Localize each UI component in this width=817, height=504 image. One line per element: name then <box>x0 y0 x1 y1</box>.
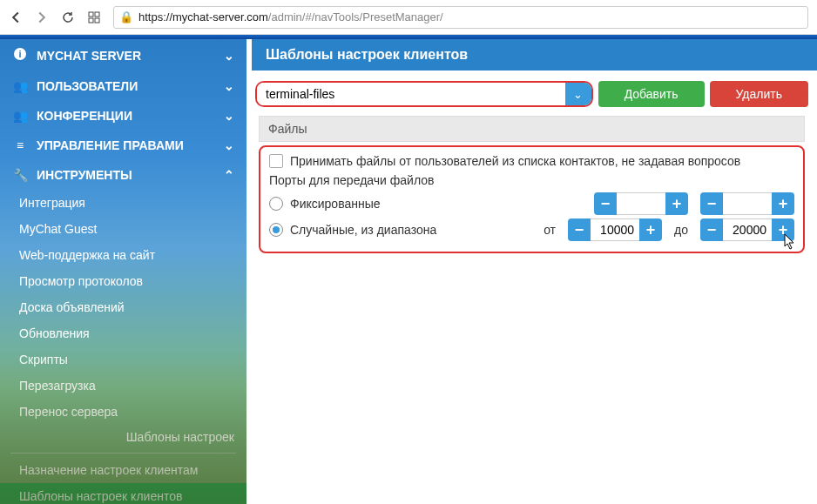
chevron-down-icon: ⌄ <box>573 88 583 101</box>
sidebar-label: КОНФЕРЕНЦИИ <box>37 109 132 123</box>
sidebar-section-label: Шаблоны настроек <box>0 425 246 449</box>
svg-rect-0 <box>89 12 93 17</box>
chevron-up-icon: ⌃ <box>224 168 234 182</box>
sidebar: iMYCHAT SERVER ⌄ 👥ПОЛЬЗОВАТЕЛИ ⌄ 👥КОНФЕР… <box>0 39 246 504</box>
preset-select: ⌄ <box>255 81 593 107</box>
random-from-input[interactable] <box>591 218 639 241</box>
to-label: до <box>674 223 688 237</box>
divider <box>10 453 236 454</box>
sidebar-sub-restart[interactable]: Перезагрузка <box>0 373 246 399</box>
radio-random[interactable] <box>269 223 283 237</box>
sidebar-sub-protocols[interactable]: Просмотр протоколов <box>0 268 246 294</box>
minus-button[interactable]: − <box>700 218 723 241</box>
sidebar-sub-templates[interactable]: Шаблоны настроек клиентов <box>0 483 246 504</box>
users-icon: 👥 <box>12 109 28 123</box>
plus-button[interactable]: + <box>639 218 662 241</box>
sidebar-label: УПРАВЛЕНИЕ ПРАВАМИ <box>37 138 184 152</box>
list-icon: ≡ <box>12 138 28 152</box>
fixed-port1-input[interactable] <box>617 192 665 215</box>
random-to-spinner: − + <box>700 218 794 241</box>
preset-dropdown-button[interactable]: ⌄ <box>565 83 591 105</box>
svg-rect-2 <box>89 18 93 23</box>
radio-fixed[interactable] <box>269 197 283 211</box>
url-bar[interactable]: 🔒 https://mychat-server.com/admin/#/navT… <box>113 6 808 29</box>
sidebar-label: ПОЛЬЗОВАТЕЛИ <box>37 79 138 93</box>
minus-button[interactable]: − <box>700 192 723 215</box>
fixed-port1-spinner: − + <box>594 192 688 215</box>
info-icon: i <box>12 47 28 64</box>
apps-button[interactable] <box>87 10 101 24</box>
sidebar-item-conferences[interactable]: 👥КОНФЕРЕНЦИИ ⌄ <box>0 101 246 131</box>
sidebar-sub-updates[interactable]: Обновления <box>0 320 246 346</box>
random-to-input[interactable] <box>723 218 772 241</box>
sidebar-sub-guest[interactable]: MyChat Guest <box>0 216 246 242</box>
files-panel: Принимать файлы от пользователей из спис… <box>259 145 805 253</box>
radio-fixed-label: Фиксированные <box>290 197 381 211</box>
back-button[interactable] <box>9 10 23 24</box>
add-button[interactable]: Добавить <box>598 81 705 107</box>
chevron-down-icon: ⌄ <box>224 109 234 123</box>
sidebar-label: ИНСТРУМЕНТЫ <box>37 168 132 182</box>
preset-name-input[interactable] <box>257 83 565 105</box>
reload-button[interactable] <box>61 10 75 24</box>
plus-button[interactable]: + <box>772 192 794 215</box>
minus-button[interactable]: − <box>568 218 591 241</box>
chevron-down-icon: ⌄ <box>224 49 234 63</box>
radio-random-label: Случайные, из диапазона <box>290 223 436 237</box>
from-label: от <box>544 223 556 237</box>
delete-button[interactable]: Удалить <box>710 81 808 107</box>
content: Шаблоны настроек клиентов ⌄ Добавить Уда… <box>246 39 817 504</box>
sidebar-sub-scripts[interactable]: Скрипты <box>0 346 246 373</box>
url-text: https://mychat-server.com/admin/#/navToo… <box>138 10 443 24</box>
sidebar-sub-assign[interactable]: Назначение настроек клиентам <box>0 457 246 483</box>
sidebar-sub-migrate[interactable]: Перенос сервера <box>0 399 246 425</box>
chevron-down-icon: ⌄ <box>224 79 234 93</box>
minus-button[interactable]: − <box>594 192 617 215</box>
sidebar-sub-websupport[interactable]: Web-поддержка на сайт <box>0 242 246 268</box>
sidebar-item-server[interactable]: iMYCHAT SERVER ⌄ <box>0 39 246 71</box>
wrench-icon: 🔧 <box>12 168 28 182</box>
svg-rect-1 <box>95 12 99 17</box>
panel-title: Файлы <box>259 116 805 142</box>
lock-icon: 🔒 <box>119 10 133 24</box>
random-from-spinner: − + <box>568 218 662 241</box>
users-icon: 👥 <box>12 79 28 93</box>
plus-button[interactable]: + <box>772 218 794 241</box>
sidebar-item-users[interactable]: 👥ПОЛЬЗОВАТЕЛИ ⌄ <box>0 71 246 101</box>
forward-button[interactable] <box>35 10 49 24</box>
plus-button[interactable]: + <box>665 192 688 215</box>
page-title: Шаблоны настроек клиентов <box>252 39 817 71</box>
ports-title: Порты для передачи файлов <box>269 173 794 187</box>
sidebar-item-rights[interactable]: ≡УПРАВЛЕНИЕ ПРАВАМИ ⌄ <box>0 131 246 160</box>
chevron-down-icon: ⌄ <box>224 138 234 152</box>
checkbox-label: Принимать файлы от пользователей из спис… <box>290 154 740 168</box>
accept-files-checkbox[interactable] <box>269 154 283 168</box>
svg-rect-3 <box>95 18 99 23</box>
sidebar-sub-integration[interactable]: Интеграция <box>0 190 246 216</box>
sidebar-label: MYCHAT SERVER <box>37 49 141 63</box>
svg-text:i: i <box>18 49 21 59</box>
fixed-port2-input[interactable] <box>723 192 772 215</box>
sidebar-item-tools[interactable]: 🔧ИНСТРУМЕНТЫ ⌃ <box>0 160 246 190</box>
fixed-port2-spinner: − + <box>700 192 794 215</box>
sidebar-sub-board[interactable]: Доска объявлений <box>0 294 246 320</box>
